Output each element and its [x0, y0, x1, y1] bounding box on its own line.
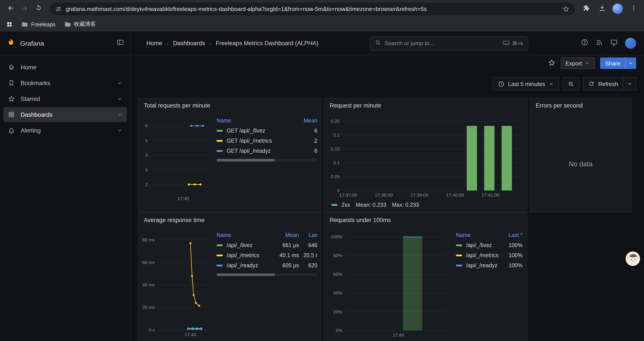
- panel-title[interactable]: Errors per second: [530, 98, 631, 110]
- chevron-down-icon[interactable]: [116, 80, 122, 86]
- sidebar-item-dashboards[interactable]: Dashboards: [4, 107, 127, 122]
- sidebar-item-starred[interactable]: Starred: [4, 91, 127, 106]
- extensions-button[interactable]: [580, 3, 592, 15]
- svg-text:100%: 100%: [330, 234, 342, 239]
- refresh-button[interactable]: Refresh: [583, 77, 624, 90]
- time-range-label: Last 5 minutes: [508, 81, 545, 87]
- panel-average-response-time[interactable]: Average response time 80 ms60 ms40 ms20 …: [138, 212, 321, 341]
- search-input[interactable]: Search or jump to... ⌘+k: [370, 36, 528, 50]
- legend-row[interactable]: /api/_/readyz 100%: [456, 260, 522, 270]
- assistant-avatar-overlay[interactable]: [626, 251, 640, 266]
- svg-text:0: 0: [337, 188, 340, 193]
- reload-button[interactable]: [32, 3, 45, 15]
- bookmark-label: Freeleaps: [31, 21, 56, 28]
- zoom-out-button[interactable]: [563, 77, 580, 90]
- sidebar-header: Grafana: [0, 32, 130, 55]
- svg-text:17:37:00: 17:37:00: [339, 192, 357, 197]
- apps-grid-icon[interactable]: [6, 21, 13, 28]
- news-rss-icon[interactable]: [596, 39, 603, 48]
- legend-row[interactable]: GET /api/_/livez 6: [216, 126, 318, 136]
- no-data-message: No data: [530, 116, 631, 212]
- forward-icon: [21, 4, 28, 14]
- panel-title[interactable]: Requests under 100ms: [324, 213, 527, 224]
- legend-scrollbar[interactable]: [216, 273, 318, 276]
- bookmark-folder-blogs[interactable]: 收藏博客: [64, 21, 96, 28]
- sidebar-item-alerting[interactable]: Alerting: [4, 123, 127, 138]
- panel-title[interactable]: Total requests per minute: [138, 98, 321, 110]
- legend-row[interactable]: /api/_/readyz 605 µs 620: [216, 260, 318, 270]
- legend-row[interactable]: GET /api/_/metrics 2: [216, 136, 318, 146]
- chevron-down-icon: [549, 81, 554, 87]
- chevron-down-icon[interactable]: [116, 96, 122, 102]
- legend-row[interactable]: GET /api/_/readyz 6: [216, 146, 318, 156]
- breadcrumb-dashboards[interactable]: Dashboards: [173, 40, 205, 47]
- legend-header-name[interactable]: Name: [456, 232, 500, 238]
- search-icon: [375, 40, 381, 47]
- avg-response-legend: Name Mean Las /api/_/livez 661 µs 646: [216, 231, 318, 276]
- sidebar-item-home[interactable]: Home: [4, 60, 127, 75]
- under-100ms-legend: Name Last * /api/_/livez 100% /api/_/met…: [456, 231, 522, 270]
- svg-text:17:39:00: 17:39:00: [410, 192, 428, 197]
- browser-menu-button[interactable]: [627, 3, 640, 15]
- folder-icon: [22, 21, 28, 28]
- bookmark-label: 收藏博客: [74, 21, 96, 28]
- series-swatch: [216, 130, 223, 131]
- sidebar-item-label: Home: [20, 64, 36, 71]
- site-controls-icon[interactable]: [55, 6, 62, 12]
- panel-requests-under-100ms[interactable]: Requests under 100ms 100%80%60%40%20%0%1…: [324, 212, 528, 341]
- legend-row[interactable]: /api/_/livez 100%: [456, 240, 522, 250]
- legend-header-mean[interactable]: Mean: [272, 232, 299, 238]
- user-avatar[interactable]: [625, 38, 636, 49]
- legend-series-label[interactable]: 2xx: [342, 202, 350, 208]
- legend-header-last[interactable]: Las: [299, 232, 318, 238]
- dock-sidebar-icon[interactable]: [116, 39, 124, 48]
- bookmark-icon: [8, 80, 15, 87]
- back-button[interactable]: [4, 3, 17, 15]
- clock-icon: [498, 81, 504, 87]
- share-dropdown-button[interactable]: [625, 58, 636, 69]
- legend-row[interactable]: /api/_/metrics 100%: [456, 250, 522, 260]
- panel-errors-per-second[interactable]: Errors per second No data: [530, 98, 631, 212]
- profile-button[interactable]: [612, 3, 624, 15]
- series-swatch: [456, 264, 462, 266]
- grafana-logo[interactable]: [6, 38, 16, 49]
- chevron-down-icon[interactable]: [116, 112, 122, 117]
- share-button[interactable]: Share: [600, 58, 636, 69]
- profile-avatar: [612, 4, 623, 14]
- refresh-interval-dropdown[interactable]: [623, 77, 636, 90]
- help-icon[interactable]: [581, 39, 588, 48]
- bookmark-folder-freeleaps[interactable]: Freeleaps: [22, 21, 56, 28]
- back-icon: [7, 4, 14, 14]
- browser-toolbar: grafana.mathmast.com/d/deytv4rwavabkb/fr…: [0, 0, 644, 18]
- legend-row[interactable]: /api/_/livez 661 µs 646: [216, 240, 318, 250]
- export-button[interactable]: Export: [560, 58, 595, 69]
- panel-total-requests[interactable]: Total requests per minute 6543217:40 Nam…: [138, 98, 321, 212]
- kiosk-monitor-icon[interactable]: [610, 39, 618, 48]
- svg-text:5: 5: [145, 138, 148, 143]
- scrollbar-thumb[interactable]: [216, 159, 275, 162]
- bookmark-star-icon[interactable]: [562, 5, 570, 12]
- address-bar[interactable]: grafana.mathmast.com/d/deytv4rwavabkb/fr…: [50, 3, 575, 15]
- legend-scrollbar[interactable]: [216, 159, 318, 162]
- favorite-star-icon[interactable]: [548, 59, 555, 68]
- chevron-down-icon[interactable]: [116, 128, 122, 133]
- breadcrumb-home[interactable]: Home: [146, 40, 162, 47]
- legend-header-name[interactable]: Name: [216, 232, 272, 238]
- legend-header-name[interactable]: Name: [216, 118, 290, 124]
- panel-title[interactable]: Request per minute: [324, 98, 527, 110]
- panel-title[interactable]: Average response time: [138, 213, 321, 224]
- sidebar-item-bookmarks[interactable]: Bookmarks: [4, 76, 127, 90]
- scrollbar-thumb[interactable]: [216, 273, 275, 276]
- refresh-label: Refresh: [598, 81, 618, 87]
- extensions-puzzle-icon: [582, 5, 590, 13]
- legend-row[interactable]: /api/_/metrics 40.1 ms 20.5 r: [216, 250, 318, 260]
- legend-header-mean[interactable]: Mean: [290, 118, 318, 124]
- panel-request-per-minute[interactable]: Request per minute 0.250.20.150.10.05017…: [324, 98, 528, 212]
- svg-text:2: 2: [145, 182, 148, 187]
- dashboards-grid-icon: [8, 111, 15, 118]
- time-range-picker[interactable]: Last 5 minutes: [493, 77, 559, 90]
- downloads-button[interactable]: [596, 3, 608, 15]
- legend-header-last[interactable]: Last *: [500, 232, 522, 238]
- url-text: grafana.mathmast.com/d/deytv4rwavabkb/fr…: [66, 6, 558, 12]
- forward-button[interactable]: [18, 3, 31, 15]
